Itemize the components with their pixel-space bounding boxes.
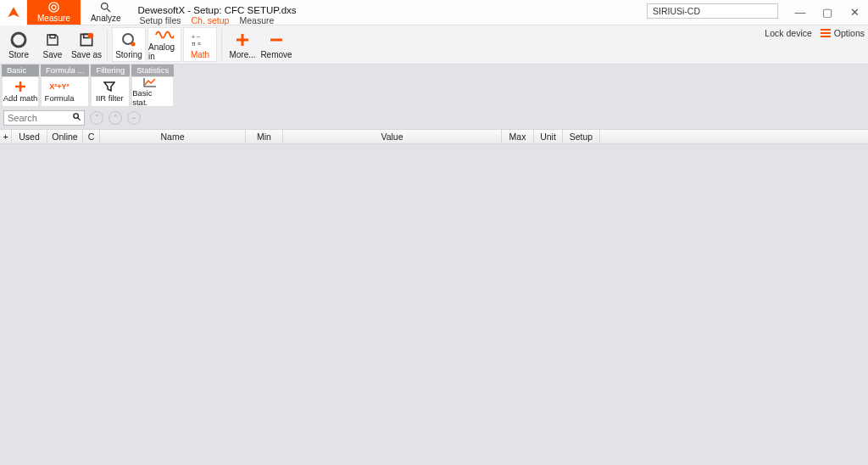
title-bar: Measure Analyze DewesoftX - Setup: CFC S… [0,0,868,25]
target-icon [47,1,60,14]
svg-point-8 [123,34,133,44]
formula-icon: X²+Y² [49,81,69,92]
magnify-icon [99,1,112,14]
minus-icon [269,31,284,49]
window-close-button[interactable]: ✕ [841,0,868,25]
options-label: Options [834,28,865,38]
col-name[interactable]: Name [100,130,246,143]
formula-label: Formula [45,93,75,103]
subtab-ch-setup[interactable]: Ch. setup [192,15,230,25]
mode-measure-label: Measure [37,14,70,23]
save-as-button[interactable]: Save as [70,25,103,64]
svg-point-17 [74,114,79,119]
svg-point-1 [52,5,56,9]
group-formula-header[interactable]: Formula ... [41,64,89,76]
store-button[interactable]: Store [2,25,36,64]
collapse-up-button[interactable]: ˄ [108,111,122,125]
col-max[interactable]: Max [502,130,534,143]
channel-table-body [0,144,868,450]
window-maximize-button[interactable]: ▢ [814,0,841,25]
col-unit[interactable]: Unit [534,130,563,143]
options-row: Lock device Options [765,25,865,41]
search-icon[interactable] [72,112,81,121]
save-label: Save [43,50,63,59]
storing-button[interactable]: Storing [112,27,146,62]
add-math-button[interactable]: Add math [3,77,38,106]
options-icon [821,29,831,37]
col-value[interactable]: Value [283,130,502,143]
main-toolbar: Store Save Save as Storing Analog in + −… [0,25,868,64]
basic-stat-button[interactable]: Basic stat. [132,77,168,106]
window-title: DewesoftX - Setup: CFC SETUP.dxs [131,0,299,15]
math-button[interactable]: + −π ≡ Math [183,27,217,62]
storing-icon [121,31,136,49]
chevron-up-icon: ˄ [114,114,118,122]
math-label: Math [191,50,209,59]
analog-in-button[interactable]: Analog in [147,27,181,62]
minus-small-icon: − [131,114,136,122]
svg-line-3 [108,8,111,12]
plus-icon [14,81,26,92]
col-c[interactable]: C [83,130,100,143]
lock-device-link[interactable]: Lock device [765,28,811,38]
storing-label: Storing [115,50,142,59]
more-button[interactable]: More... [225,25,259,64]
app-logo [0,0,27,25]
svg-point-2 [102,3,108,10]
add-math-label: Add math [3,93,38,103]
record-icon [10,31,27,49]
svg-rect-5 [50,35,55,38]
expand-down-button[interactable]: ˅ [90,111,103,125]
col-plus[interactable]: + [0,130,12,143]
channel-table-header: + Used Online C Name Min Value Max Unit … [0,129,868,144]
svg-point-7 [88,32,94,38]
math-icon: + −π ≡ [192,31,209,49]
group-basic-header[interactable]: Basic [2,64,39,76]
more-label: More... [229,50,255,59]
wave-icon [155,28,174,42]
save-as-icon [78,31,95,49]
chevron-down-icon: ˅ [95,114,99,122]
save-icon [45,31,60,49]
minimize-icon: — [795,6,806,19]
subtab-measure[interactable]: Measure [239,15,274,25]
close-icon: ✕ [850,6,860,19]
plus-icon [235,31,250,49]
mode-measure-tab[interactable]: Measure [27,0,81,25]
svg-text:+ −: + − [192,34,200,40]
analog-in-label: Analog in [148,42,181,61]
chart-line-icon [143,77,157,87]
col-min[interactable]: Min [246,130,283,143]
svg-point-9 [131,42,136,46]
device-selector[interactable]: SIRIUSi-CD [647,3,778,19]
col-online[interactable]: Online [47,130,83,143]
window-minimize-button[interactable]: — [787,0,814,25]
svg-point-0 [49,3,58,12]
iir-filter-button[interactable]: IIR filter [92,77,127,106]
col-setup[interactable]: Setup [563,130,600,143]
filter-icon [103,81,115,92]
col-used[interactable]: Used [12,130,47,143]
search-box [3,110,85,126]
save-button[interactable]: Save [36,25,70,64]
device-name: SIRIUSi-CD [653,6,700,16]
svg-text:π  ≡: π ≡ [192,41,201,47]
formula-button[interactable]: X²+Y² Formula [42,77,77,106]
save-as-label: Save as [71,50,102,59]
math-groups: Basic Add math Formula ... X²+Y² Formula… [0,64,868,107]
options-button[interactable]: Options [821,28,865,38]
remove-label: Remove [260,50,292,59]
collapse-all-button[interactable]: − [127,111,141,125]
remove-button[interactable]: Remove [259,25,293,64]
mode-analyze-label: Analyze [91,14,121,23]
group-filtering-header[interactable]: Filtering [91,64,130,76]
svg-line-18 [78,118,81,120]
subtab-setup-files[interactable]: Setup files [139,15,181,25]
store-label: Store [8,50,29,59]
mode-analyze-tab[interactable]: Analyze [81,0,131,25]
svg-point-4 [12,33,25,47]
search-row: ˅ ˄ − [0,107,868,129]
maximize-icon: ▢ [822,6,832,19]
iir-filter-label: IIR filter [96,93,124,103]
group-statistics-header[interactable]: Statistics [131,64,174,76]
